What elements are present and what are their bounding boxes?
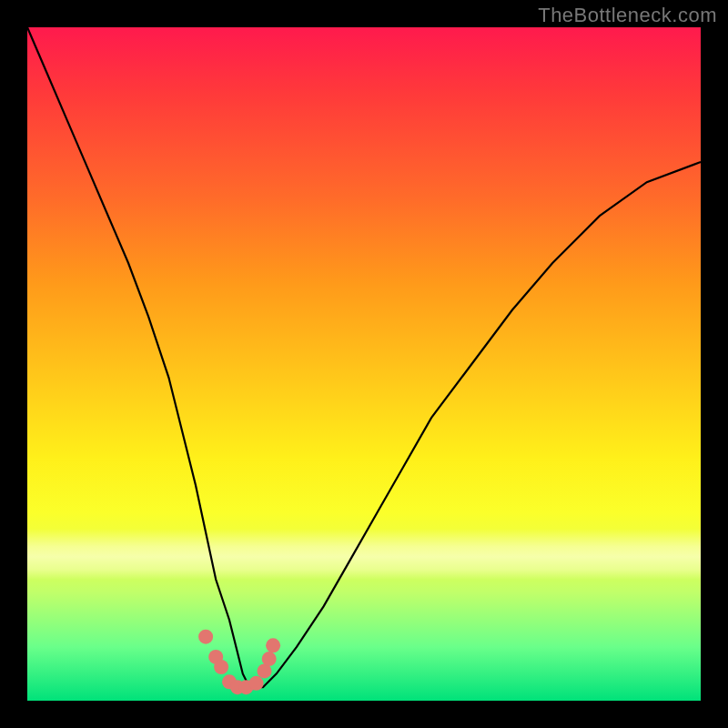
- outer-frame: TheBottleneck.com: [0, 0, 728, 728]
- data-dot: [262, 652, 277, 666]
- chart-svg: [27, 27, 701, 701]
- data-dot: [266, 638, 280, 652]
- data-dot: [198, 630, 213, 644]
- watermark-text: TheBottleneck.com: [538, 4, 717, 27]
- data-dot: [249, 676, 264, 691]
- bottleneck-curve: [27, 27, 701, 687]
- data-dot: [214, 660, 228, 674]
- plot-area: [27, 27, 701, 701]
